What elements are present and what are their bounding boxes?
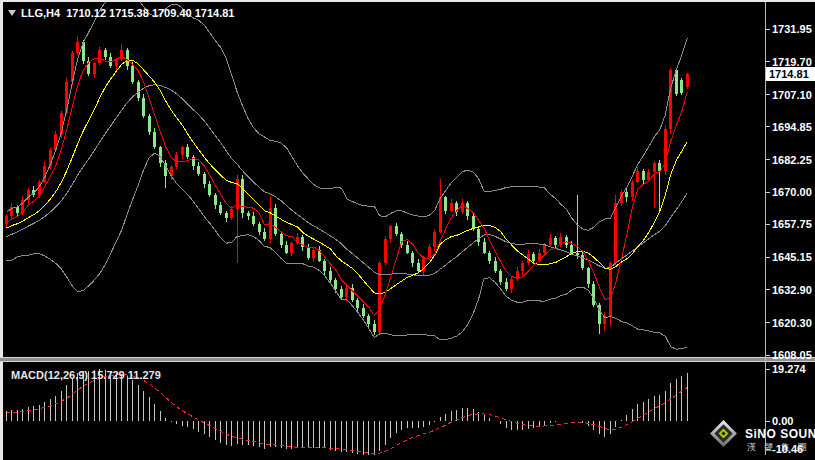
candle bbox=[263, 232, 266, 240]
candle bbox=[153, 132, 156, 148]
candle bbox=[247, 213, 250, 216]
candle bbox=[614, 203, 617, 263]
candle bbox=[554, 238, 557, 245]
candle bbox=[461, 203, 464, 212]
candle bbox=[219, 205, 222, 213]
price-axis-label: 1719.70 bbox=[772, 56, 812, 68]
candle bbox=[631, 182, 634, 198]
candle bbox=[549, 238, 552, 245]
candle bbox=[76, 42, 79, 53]
diamond-logo-icon bbox=[710, 420, 737, 447]
candle bbox=[225, 213, 228, 218]
candle bbox=[592, 284, 595, 305]
price-axis-label-tick bbox=[766, 126, 770, 127]
candle bbox=[411, 253, 414, 264]
candle bbox=[312, 250, 315, 258]
price-axis-label-tick bbox=[766, 224, 770, 225]
candle bbox=[373, 324, 376, 332]
candle bbox=[252, 216, 255, 224]
candle bbox=[510, 279, 513, 290]
candle bbox=[104, 50, 107, 57]
macd-indicator-name: MACD(12,26,9) bbox=[11, 369, 88, 381]
price-axis-label: 1731.95 bbox=[772, 23, 812, 35]
price-axis-label-tick bbox=[766, 322, 770, 323]
ohlc-values: 1710.12 1715.38 1709.40 1714.81 bbox=[66, 7, 234, 19]
candle bbox=[142, 98, 145, 116]
macd-axis-label-tick bbox=[766, 449, 770, 450]
candle bbox=[334, 280, 337, 289]
price-axis-label: 1608.05 bbox=[772, 349, 812, 361]
macd-axis-label: 0.00 bbox=[772, 415, 793, 427]
price-axis-label-tick bbox=[766, 61, 770, 62]
current-price-tag: 1714.81 bbox=[766, 67, 815, 81]
candle bbox=[181, 147, 184, 155]
candle bbox=[625, 192, 628, 197]
candle bbox=[499, 271, 502, 282]
brand-name: SiNO SOUND bbox=[745, 427, 815, 441]
candle bbox=[428, 247, 431, 258]
candle bbox=[290, 243, 293, 252]
candle bbox=[329, 271, 332, 280]
candle bbox=[488, 253, 491, 261]
macd-label: MACD(12,26,9) 15.729 11.279 bbox=[11, 369, 161, 381]
candle bbox=[98, 50, 101, 63]
chart-title: LLG,H4 1710.12 1715.38 1709.40 1714.81 bbox=[8, 7, 234, 19]
candle bbox=[406, 245, 409, 253]
candle bbox=[505, 282, 508, 290]
candle bbox=[669, 70, 672, 129]
candle bbox=[241, 179, 244, 213]
price-axis-label: 1670.00 bbox=[772, 186, 812, 198]
price-axis-label-tick bbox=[766, 29, 770, 30]
candle bbox=[340, 289, 343, 297]
candle bbox=[230, 209, 233, 218]
symbol-period-label: LLG,H4 bbox=[21, 7, 60, 19]
candle bbox=[203, 174, 206, 185]
price-axis-label-tick bbox=[766, 289, 770, 290]
candle bbox=[395, 226, 398, 234]
candle bbox=[208, 184, 211, 195]
candle bbox=[115, 59, 118, 66]
candle bbox=[636, 171, 639, 182]
candle bbox=[120, 50, 123, 59]
macd-axis-label-tick bbox=[766, 421, 770, 422]
candle bbox=[323, 261, 326, 272]
candle bbox=[570, 245, 573, 253]
candle bbox=[93, 63, 96, 74]
symbol-dropdown-icon[interactable] bbox=[8, 10, 16, 16]
candlestick-canvas[interactable] bbox=[3, 2, 765, 357]
candle bbox=[686, 74, 689, 86]
mt4-chart-window: LLG,H4 1710.12 1715.38 1709.40 1714.81 M… bbox=[0, 0, 815, 460]
candle bbox=[126, 50, 129, 66]
candle bbox=[543, 245, 546, 253]
price-axis-label-tick bbox=[766, 159, 770, 160]
price-chart-pane[interactable] bbox=[3, 2, 765, 357]
candle bbox=[274, 208, 277, 234]
candle bbox=[345, 288, 348, 297]
candle bbox=[587, 268, 590, 284]
candle bbox=[137, 82, 140, 98]
candle bbox=[389, 226, 392, 239]
macd-axis-label: -10.46 bbox=[772, 443, 803, 455]
price-axis-label: 1657.75 bbox=[772, 218, 812, 230]
price-axis-label: 1682.25 bbox=[772, 154, 812, 166]
candle bbox=[280, 234, 283, 245]
candle bbox=[521, 263, 524, 271]
candle bbox=[384, 239, 387, 263]
price-axis-label-tick bbox=[766, 94, 770, 95]
candle bbox=[565, 237, 568, 245]
candle bbox=[439, 197, 442, 231]
candle bbox=[680, 80, 683, 92]
candle bbox=[483, 242, 486, 253]
price-axis-label-tick bbox=[766, 257, 770, 258]
candle bbox=[609, 263, 612, 316]
candle bbox=[450, 203, 453, 211]
candle bbox=[378, 263, 381, 331]
price-axis-label: 1694.85 bbox=[772, 121, 812, 133]
candle bbox=[444, 197, 447, 210]
candle bbox=[642, 171, 645, 180]
candle bbox=[258, 224, 261, 232]
candle bbox=[362, 308, 365, 316]
price-axis-label-tick bbox=[766, 192, 770, 193]
candle bbox=[433, 232, 436, 248]
price-axis-label: 1707.10 bbox=[772, 89, 812, 101]
